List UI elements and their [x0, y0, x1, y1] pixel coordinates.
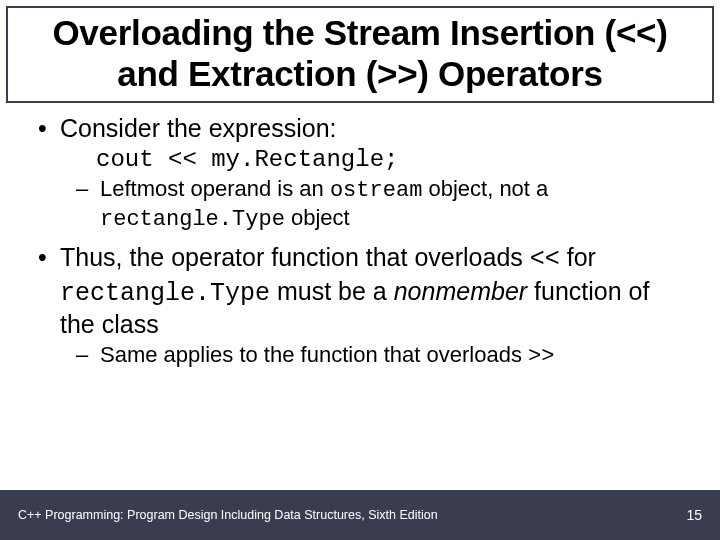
- slide-title: Overloading the Stream Insertion (<<) an…: [18, 12, 702, 95]
- bullet-1: Consider the expression: cout << my.Rect…: [34, 113, 686, 234]
- b2-em: nonmember: [394, 277, 527, 305]
- bullet-1-code: cout << my.Rectangle;: [96, 145, 686, 174]
- b2s-code: >>: [528, 344, 554, 369]
- b2-mid2: must be a: [270, 277, 394, 305]
- slide-footer: C++ Programming: Program Design Includin…: [0, 490, 720, 540]
- b1s-post: object: [285, 205, 350, 230]
- bullet-2-sub: Same applies to the function that overlo…: [76, 342, 686, 371]
- bullet-2-sublist: Same applies to the function that overlo…: [60, 342, 686, 371]
- bullet-list: Consider the expression: cout << my.Rect…: [34, 113, 686, 371]
- page-number: 15: [686, 507, 702, 523]
- bullet-2: Thus, the operator function that overloa…: [34, 242, 686, 370]
- slide-title-box: Overloading the Stream Insertion (<<) an…: [6, 6, 714, 103]
- b2-pre: Thus, the operator function that overloa…: [60, 243, 530, 271]
- bullet-1-sub: Leftmost operand is an ostream object, n…: [76, 176, 686, 234]
- b1s-pre: Leftmost operand is an: [100, 176, 330, 201]
- b2s-pre: Same applies to the function that overlo…: [100, 342, 528, 367]
- b1s-code2: rectangle.Type: [100, 207, 285, 232]
- bullet-1-sublist: Leftmost operand is an ostream object, n…: [60, 176, 686, 234]
- b2-mid: for: [560, 243, 596, 271]
- b2-code2: rectangle.Type: [60, 279, 270, 308]
- footer-text: C++ Programming: Program Design Includin…: [18, 508, 438, 522]
- b1s-mid: object, not a: [422, 176, 548, 201]
- b2-code1: <<: [530, 245, 560, 274]
- slide-content: Consider the expression: cout << my.Rect…: [0, 103, 720, 371]
- b1s-code1: ostream: [330, 178, 422, 203]
- bullet-1-text: Consider the expression:: [60, 114, 337, 142]
